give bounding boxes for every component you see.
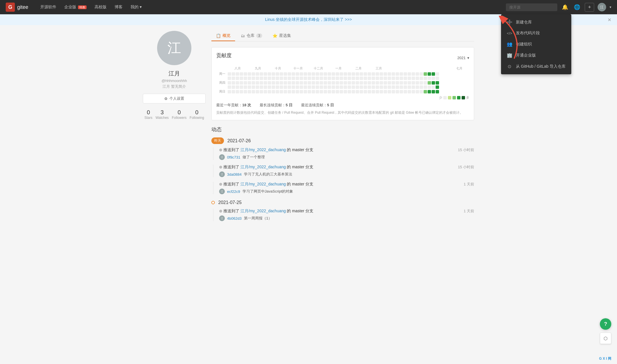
dropdown-import[interactable]: ⊙ 从 GitHub / GitLab 导入仓库: [501, 61, 571, 72]
cell-2-11: [272, 81, 275, 85]
cell-1-45: [408, 77, 411, 80]
cell-1-47: [416, 77, 419, 80]
cell-2-1: [232, 81, 235, 85]
commit-msg-1: 做了一个整理: [243, 155, 265, 160]
avatar[interactable]: 江: [598, 3, 606, 11]
stat-followers[interactable]: 0 Followers: [172, 109, 187, 120]
logo[interactable]: G gitee: [6, 3, 28, 12]
announcement-text[interactable]: Linus 坐镇的全球开源技术峰会，深圳站来了 >>>: [265, 17, 352, 22]
cell-1-38: [380, 77, 383, 80]
cell-1-13: [280, 77, 283, 80]
cell-1-33: [360, 77, 363, 80]
cell-2-49: [424, 81, 427, 85]
cell-0-19: [304, 72, 307, 76]
cell-3-30: [348, 85, 351, 89]
announcement-close[interactable]: ✕: [608, 17, 611, 23]
cell-1-39: [384, 77, 387, 80]
cell-4-16: [292, 90, 295, 93]
settings-button[interactable]: ⚙ 个人设置: [143, 94, 206, 103]
cell-4-22: [316, 90, 319, 93]
cell-2-13: [280, 81, 283, 85]
cell-4-12: [276, 90, 279, 93]
cell-2-35: [368, 81, 371, 85]
tab-repos[interactable]: 🗂 仓库 3: [236, 31, 267, 41]
activity-time-3: 1 天前: [464, 182, 474, 187]
avatar-dropdown-arrow[interactable]: ▾: [610, 5, 611, 9]
plus-button[interactable]: +: [585, 3, 594, 12]
main-container: 江 江月 @hhhmoonhhh 江月 暂无简介 ⚙ 个人设置 0 Stars …: [137, 25, 480, 233]
dropdown-new-repo[interactable]: ➕ 新建仓库: [501, 17, 571, 28]
tab-starred[interactable]: ⭐ 星选集: [268, 31, 296, 41]
repo-link-3[interactable]: 江月/my_2022_dachuang: [241, 182, 286, 186]
nav-link-blog[interactable]: 博客: [111, 3, 126, 11]
cell-2-44: [404, 81, 407, 85]
search-input[interactable]: [506, 3, 557, 11]
cell-0-50: [428, 72, 431, 76]
cell-3-4: [244, 85, 247, 89]
avatar-container: 江: [143, 31, 206, 65]
bell-icon[interactable]: 🔔: [561, 4, 569, 10]
cell-3-20: [308, 85, 311, 89]
row-label-0: 周一: [216, 72, 227, 76]
cell-2-26: [332, 81, 335, 85]
commit-hash-1[interactable]: 0f9c731: [227, 155, 240, 159]
cell-1-50: [428, 77, 431, 80]
cell-1-20: [308, 77, 311, 80]
commit-hash-2[interactable]: 3da0884: [227, 172, 242, 177]
cell-2-9: [264, 81, 267, 85]
cell-3-0: [228, 85, 231, 89]
grid-row-1: [216, 77, 469, 80]
cell-1-52: [436, 77, 439, 80]
cell-1-37: [376, 77, 379, 80]
activity-item-4: ⊙ 推送到了 江月/my_2022_dachuang 的 master 分支 1…: [213, 209, 474, 221]
cell-1-21: [312, 77, 315, 80]
date-circle-2: [211, 201, 215, 204]
stat-watches[interactable]: 3 Watches: [155, 109, 169, 120]
commit-hash-4[interactable]: 4b062d3: [227, 216, 242, 221]
cell-2-24: [324, 81, 327, 85]
user-bio: 江月 暂无简介: [143, 84, 206, 89]
cell-2-10: [268, 81, 271, 85]
nav-link-mine[interactable]: 我的 ▾: [127, 3, 145, 11]
cell-4-19: [304, 90, 307, 93]
cell-4-46: [412, 90, 415, 93]
user-name: 江月: [143, 70, 206, 77]
cell-3-35: [368, 85, 371, 89]
cell-4-30: [348, 90, 351, 93]
month-may: [409, 66, 429, 71]
dropdown-publish-snippet[interactable]: </> 发布代码片段: [501, 28, 571, 39]
nav-link-university[interactable]: 高校版: [91, 3, 110, 11]
repo-link-2[interactable]: 江月/my_2022_dachuang: [241, 165, 286, 169]
cell-3-27: [336, 85, 339, 89]
cell-3-38: [380, 85, 383, 89]
cell-3-37: [376, 85, 379, 89]
month-feb: 二月: [348, 66, 369, 71]
year-selector[interactable]: 2021 ▾: [457, 56, 469, 60]
nav-link-enterprise[interactable]: 企业版 特惠: [61, 3, 90, 11]
cell-2-6: [252, 81, 255, 85]
cell-1-3: [240, 77, 243, 80]
stat-following[interactable]: 0 Following: [190, 109, 204, 120]
tab-overview[interactable]: 📋 概览: [211, 31, 235, 41]
grid-cells-2: [228, 81, 469, 85]
nav-link-opensource[interactable]: 开源软件: [37, 3, 60, 11]
dropdown-enterprise[interactable]: 🏢 开通企业版: [501, 50, 571, 61]
cell-0-34: [364, 72, 367, 76]
stat-stars[interactable]: 0 Stars: [144, 109, 152, 120]
commit-hash-3[interactable]: ecf22c9: [227, 189, 240, 194]
cell-4-20: [308, 90, 311, 93]
dropdown-create-org[interactable]: 👥 创建组织: [501, 39, 571, 50]
cell-3-9: [264, 85, 267, 89]
cell-1-5: [248, 77, 251, 80]
cell-0-0: [228, 72, 231, 76]
enterprise-icon: 🏢: [507, 53, 512, 58]
current-streak: 最近连续贡献：5 日: [301, 103, 334, 108]
repo-link-1[interactable]: 江月/my_2022_dachuang: [241, 147, 286, 152]
grid-cells-0: [228, 72, 469, 76]
cell-2-51: [432, 81, 435, 85]
globe-icon[interactable]: 🌐: [573, 4, 581, 10]
cell-1-18: [300, 77, 303, 80]
nav-links: 开源软件 企业版 特惠 高校版 博客 我的 ▾: [37, 3, 506, 11]
activity-text-3: ⊙ 推送到了 江月/my_2022_dachuang 的 master 分支: [219, 182, 313, 187]
repo-link-4[interactable]: 江月/my_2022_dachuang: [241, 209, 286, 213]
